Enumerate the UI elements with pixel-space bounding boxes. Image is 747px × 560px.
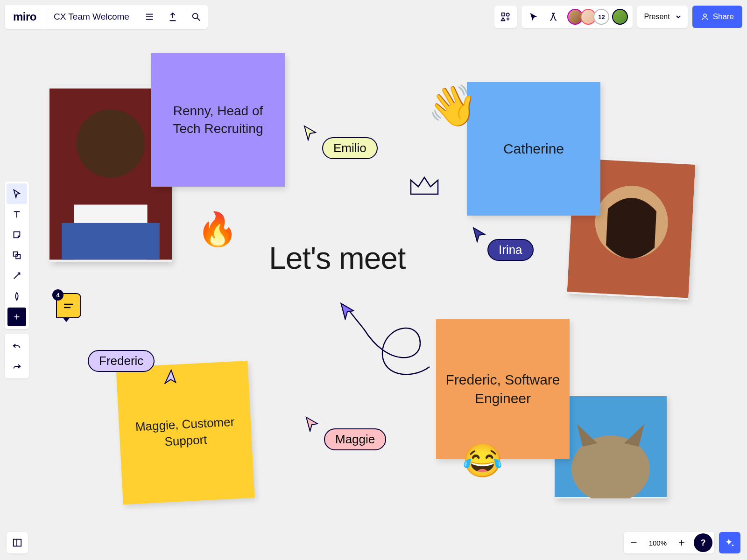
svg-point-16	[507, 13, 509, 16]
zoom-out-button[interactable]: −	[624, 532, 644, 553]
cursor-arrow-icon	[340, 302, 356, 320]
participant-avatars[interactable]: 12	[565, 9, 630, 25]
sticky-renny[interactable]: Renny, Head of Tech Recruiting	[151, 53, 285, 187]
cursor-tag-irina: Irina	[487, 239, 534, 261]
comment-pin[interactable]: 4	[56, 293, 81, 318]
sticky-text: Maggie, Customer Support	[128, 413, 242, 452]
avatar-overflow-count[interactable]: 12	[593, 9, 609, 25]
laughcry-emoji[interactable]: 😂	[462, 441, 503, 480]
chevron-down-icon	[676, 14, 681, 20]
collaboration-bar: 12	[521, 6, 633, 28]
undo-button[interactable]	[7, 336, 27, 356]
left-toolbar	[5, 182, 29, 378]
svg-rect-15	[502, 13, 505, 16]
svg-point-13	[193, 14, 198, 19]
sticky-maggie[interactable]: Maggie, Customer Support	[116, 361, 254, 504]
add-more-tool[interactable]	[7, 308, 26, 326]
apps-button[interactable]	[494, 6, 517, 28]
text-tool[interactable]	[7, 204, 27, 224]
zoom-level[interactable]: 100%	[644, 539, 671, 547]
svg-point-17	[704, 14, 706, 17]
cursor-mode-button[interactable]	[524, 7, 543, 26]
shape-tool[interactable]	[7, 245, 27, 266]
photo-cat[interactable]	[555, 395, 667, 498]
cursor-arrow-icon	[472, 227, 486, 243]
share-label: Share	[713, 12, 734, 21]
sticky-frederic[interactable]: Frederic, Software Engineer	[436, 319, 570, 459]
sticky-text: Frederic, Software Engineer	[445, 371, 560, 408]
present-label: Present	[644, 13, 669, 21]
search-button[interactable]	[184, 5, 208, 29]
crown-icon[interactable]	[408, 173, 441, 199]
connector-tool[interactable]	[7, 266, 27, 286]
canvas[interactable]: Renny, Head of Tech Recruiting Catherine…	[0, 0, 747, 560]
avatar-self[interactable]	[612, 9, 628, 25]
board-title[interactable]: CX Team Welcome	[45, 12, 138, 22]
cursor-tag-emilio: Emilio	[322, 137, 378, 159]
svg-point-1	[77, 109, 145, 178]
export-button[interactable]	[161, 5, 184, 29]
cursor-tag-frederic: Frederic	[88, 350, 155, 372]
svg-line-14	[197, 18, 200, 21]
bottom-right-controls: − 100% + ?	[624, 532, 740, 553]
ai-assist-button[interactable]	[719, 532, 740, 553]
svg-point-24	[732, 545, 734, 546]
person-add-icon	[701, 13, 709, 21]
select-tool[interactable]	[7, 183, 27, 204]
reactions-button[interactable]	[545, 7, 564, 26]
header-right: 12 Present Share	[494, 6, 742, 28]
frames-panel-button[interactable]	[7, 532, 28, 553]
sticky-catherine[interactable]: Catherine	[467, 82, 600, 216]
app-logo[interactable]: miro	[5, 5, 45, 29]
header-left: miro CX Team Welcome	[5, 5, 208, 29]
cursor-arrow-icon	[303, 125, 317, 141]
main-menu-button[interactable]	[138, 5, 161, 29]
canvas-heading[interactable]: Let's meet	[269, 240, 405, 276]
help-button[interactable]: ?	[694, 533, 712, 552]
sticky-text: Catherine	[503, 140, 564, 159]
share-button[interactable]: Share	[692, 6, 742, 28]
sticky-text: Renny, Head of Tech Recruiting	[161, 102, 275, 138]
zoom-in-button[interactable]: +	[671, 532, 692, 553]
svg-rect-3	[62, 223, 160, 260]
sticky-note-tool[interactable]	[7, 224, 27, 245]
fire-emoji[interactable]: 🔥	[197, 210, 238, 248]
wave-emoji[interactable]: 👋	[428, 82, 478, 129]
cursor-tag-maggie: Maggie	[324, 428, 386, 450]
comment-count-badge: 4	[52, 289, 63, 301]
redo-button[interactable]	[7, 356, 27, 377]
cursor-arrow-icon	[305, 416, 319, 432]
present-button[interactable]: Present	[637, 6, 687, 28]
pen-tool[interactable]	[7, 286, 27, 307]
